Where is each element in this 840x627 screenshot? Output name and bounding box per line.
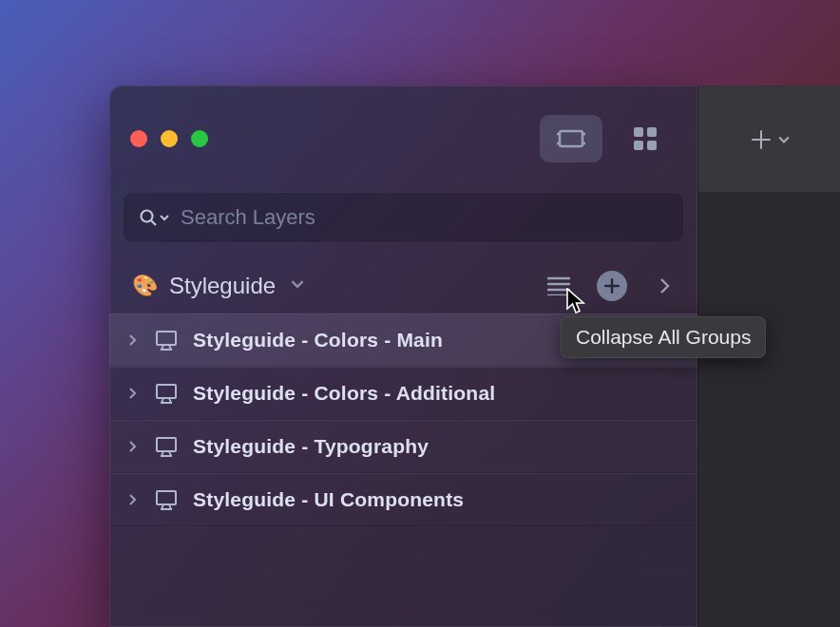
grid-icon bbox=[632, 125, 659, 152]
page-header: 🎨 Styleguide bbox=[109, 258, 697, 314]
svg-rect-17 bbox=[157, 332, 176, 345]
svg-rect-0 bbox=[560, 131, 582, 146]
forward-button[interactable] bbox=[650, 271, 680, 301]
single-artboard-icon bbox=[557, 127, 585, 150]
chevron-down-icon bbox=[778, 134, 790, 145]
minimize-button[interactable] bbox=[161, 130, 178, 147]
palette-icon: 🎨 bbox=[132, 274, 158, 298]
search-icon bbox=[139, 208, 169, 227]
svg-line-10 bbox=[151, 220, 156, 225]
search-bar[interactable] bbox=[123, 192, 684, 243]
tooltip: Collapse All Groups bbox=[561, 316, 766, 358]
chevron-right-icon[interactable] bbox=[126, 493, 140, 506]
close-button[interactable] bbox=[130, 130, 147, 147]
view-single-button[interactable] bbox=[540, 115, 602, 162]
svg-rect-5 bbox=[634, 127, 643, 137]
page-title[interactable]: Styleguide bbox=[169, 273, 276, 299]
chevron-right-icon bbox=[659, 277, 671, 294]
add-page-button[interactable] bbox=[597, 271, 627, 301]
svg-rect-29 bbox=[157, 491, 176, 504]
layer-row[interactable]: Styleguide - Typography bbox=[109, 420, 697, 473]
artboard-icon bbox=[153, 488, 180, 511]
insert-button[interactable] bbox=[750, 128, 790, 151]
titlebar bbox=[109, 86, 697, 192]
view-mode-toggle bbox=[540, 115, 677, 162]
plus-icon bbox=[750, 128, 773, 151]
svg-rect-21 bbox=[157, 385, 176, 398]
svg-rect-8 bbox=[647, 141, 657, 150]
chevron-down-icon bbox=[160, 213, 169, 222]
search-input[interactable] bbox=[181, 205, 668, 230]
list-lines-icon bbox=[547, 276, 570, 295]
layer-row[interactable]: Styleguide - UI Components bbox=[109, 473, 697, 526]
canvas-toolbar bbox=[698, 86, 840, 193]
layer-label: Styleguide - Typography bbox=[193, 435, 429, 458]
chevron-right-icon[interactable] bbox=[126, 333, 140, 347]
chevron-down-icon[interactable] bbox=[291, 277, 304, 294]
plus-icon bbox=[604, 278, 620, 294]
svg-rect-7 bbox=[634, 141, 643, 150]
svg-rect-25 bbox=[157, 438, 176, 451]
artboard-icon bbox=[153, 329, 180, 352]
layer-label: Styleguide - UI Components bbox=[193, 488, 464, 511]
svg-rect-6 bbox=[647, 127, 657, 137]
view-grid-button[interactable] bbox=[614, 115, 677, 162]
artboard-icon bbox=[153, 435, 180, 458]
traffic-lights bbox=[130, 130, 208, 147]
layer-row[interactable]: Styleguide - Colors - Additional bbox=[109, 367, 697, 420]
layer-label: Styleguide - Colors - Additional bbox=[193, 382, 495, 405]
artboard-icon bbox=[153, 382, 180, 405]
collapse-groups-button[interactable] bbox=[544, 271, 574, 301]
chevron-right-icon[interactable] bbox=[126, 440, 140, 453]
zoom-button[interactable] bbox=[191, 130, 208, 147]
layer-label: Styleguide - Colors - Main bbox=[193, 329, 443, 352]
svg-point-9 bbox=[142, 211, 153, 222]
chevron-right-icon[interactable] bbox=[126, 387, 140, 400]
